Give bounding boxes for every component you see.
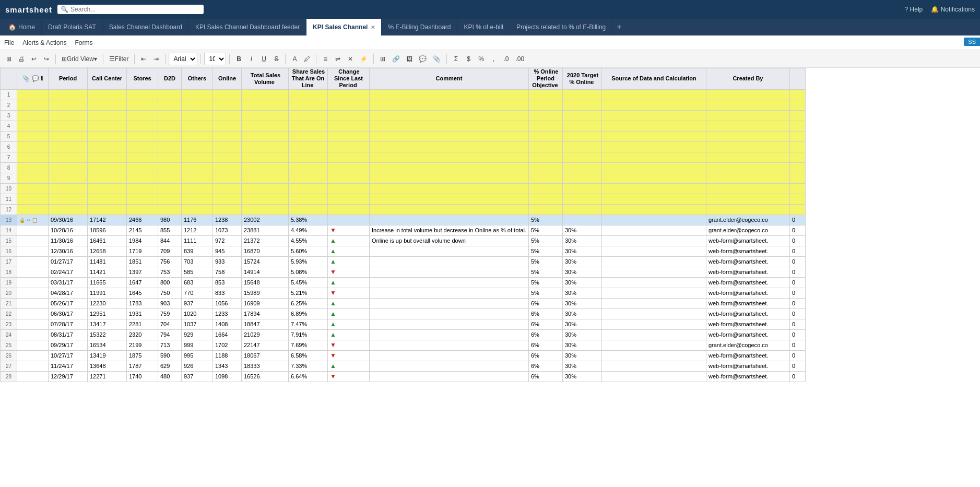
cell-source[interactable] <box>601 246 706 256</box>
cell-target[interactable] <box>562 110 601 121</box>
format-clear-button[interactable]: ✕ <box>345 52 356 66</box>
cell-extra[interactable] <box>789 131 805 141</box>
grid-wrapper[interactable]: 📎 💬 ℹ Period Call Center Stores D2D Othe… <box>0 68 980 487</box>
cell-totalsales[interactable] <box>242 152 289 162</box>
cell-changesince[interactable] <box>328 215 370 225</box>
cell-period[interactable] <box>49 141 88 152</box>
cell-pct-online[interactable]: 6% <box>528 308 562 319</box>
cell-callcenter[interactable]: 13648 <box>88 361 127 371</box>
cell-changesince[interactable]: ▲ <box>328 329 370 340</box>
table-row[interactable]: 2206/30/1712951193175910201233178946.89%… <box>1 308 806 319</box>
cell-changesince[interactable]: ▼ <box>328 288 370 298</box>
cell-comment[interactable] <box>370 361 529 371</box>
cell-extra[interactable] <box>789 100 805 110</box>
cell-callcenter[interactable] <box>88 162 127 173</box>
table-row[interactable]: 1903/31/17116651647800683853156485.45%▲5… <box>1 277 806 288</box>
table-row[interactable]: 5 <box>1 131 806 141</box>
cell-d2d[interactable] <box>158 162 182 173</box>
cell-online[interactable] <box>213 131 242 141</box>
cell-target[interactable] <box>562 162 601 173</box>
cell-createdby[interactable] <box>706 173 789 183</box>
cell-comment[interactable] <box>370 267 529 277</box>
cell-createdby[interactable] <box>706 194 789 204</box>
cell-online[interactable]: 1098 <box>213 371 242 382</box>
cell-pct-online[interactable] <box>528 100 562 110</box>
table-row[interactable]: 1701/27/17114811851756703933157245.93%▲5… <box>1 256 806 267</box>
cell-callcenter[interactable]: 12951 <box>88 308 127 319</box>
cell-period[interactable]: 09/29/17 <box>49 340 88 350</box>
align-left-button[interactable]: ≡ <box>320 52 331 66</box>
grid-view-button[interactable]: ⊞ Grid View ▾ <box>59 52 100 66</box>
cell-period[interactable]: 04/28/17 <box>49 288 88 298</box>
cell-d2d[interactable] <box>158 152 182 162</box>
cell-pct-online[interactable]: 5% <box>528 288 562 298</box>
text-color-button[interactable]: A <box>289 52 300 66</box>
menu-alerts[interactable]: Alerts & Actions <box>22 39 66 46</box>
cell-others[interactable] <box>182 100 213 110</box>
cell-totalsales[interactable]: 16526 <box>242 371 289 382</box>
cell-extra[interactable]: 0 <box>789 350 805 361</box>
conditional-format-button[interactable]: ⚡ <box>357 52 370 66</box>
row-icons[interactable] <box>17 329 49 340</box>
cell-target[interactable]: 30% <box>562 246 601 256</box>
cell-stores[interactable]: 1740 <box>127 371 158 382</box>
cell-period[interactable]: 05/26/17 <box>49 298 88 308</box>
row-icons[interactable] <box>17 361 49 371</box>
cell-period[interactable]: 10/28/16 <box>49 225 88 235</box>
row-icons[interactable] <box>17 121 49 131</box>
header-sharesales[interactable]: Share Sales That Are On Line <box>289 68 328 90</box>
cell-extra[interactable]: 0 <box>789 225 805 235</box>
row-icons[interactable] <box>17 308 49 319</box>
cell-target[interactable]: 30% <box>562 319 601 329</box>
cell-pct-online[interactable] <box>528 141 562 152</box>
cell-changesince[interactable] <box>328 162 370 173</box>
cell-target[interactable]: 30% <box>562 298 601 308</box>
cell-stores[interactable] <box>127 141 158 152</box>
cell-online[interactable] <box>213 100 242 110</box>
row-icons[interactable] <box>17 371 49 382</box>
search-input[interactable] <box>70 6 200 13</box>
cell-extra[interactable] <box>789 173 805 183</box>
tab-close-icon[interactable]: ✕ <box>371 25 375 30</box>
cell-d2d[interactable]: 753 <box>158 267 182 277</box>
cell-source[interactable] <box>601 225 706 235</box>
cell-changesince[interactable]: ▲ <box>328 361 370 371</box>
cell-totalsales[interactable]: 23002 <box>242 215 289 225</box>
cell-sharesales[interactable]: 4.55% <box>289 235 328 246</box>
cell-totalsales[interactable] <box>242 194 289 204</box>
table-row[interactable]: 3 <box>1 110 806 121</box>
cell-createdby[interactable] <box>706 183 789 194</box>
cell-pct-online[interactable]: 6% <box>528 329 562 340</box>
cell-source[interactable] <box>601 319 706 329</box>
cell-extra[interactable]: 0 <box>789 298 805 308</box>
font-select[interactable]: Arial <box>169 53 197 65</box>
table-row[interactable]: 2408/31/171532223207949291664210297.91%▲… <box>1 329 806 340</box>
table-row[interactable]: 6 <box>1 141 806 152</box>
table-row[interactable]: 10 <box>1 183 806 194</box>
cell-target[interactable]: 30% <box>562 288 601 298</box>
cell-stores[interactable] <box>127 89 158 100</box>
cell-period[interactable]: 11/24/17 <box>49 361 88 371</box>
cell-changesince[interactable]: ▲ <box>328 277 370 288</box>
cell-sharesales[interactable]: 4.49% <box>289 225 328 235</box>
cell-source[interactable] <box>601 340 706 350</box>
cell-sharesales[interactable] <box>289 183 328 194</box>
cell-source[interactable] <box>601 173 706 183</box>
cell-createdby[interactable] <box>706 121 789 131</box>
menu-file[interactable]: File <box>4 39 14 46</box>
cell-others[interactable]: 926 <box>182 361 213 371</box>
row-icons[interactable] <box>17 183 49 194</box>
cell-period[interactable]: 12/30/16 <box>49 246 88 256</box>
cell-others[interactable]: 770 <box>182 288 213 298</box>
cell-createdby[interactable] <box>706 89 789 100</box>
row-icons[interactable] <box>17 152 49 162</box>
cell-extra[interactable]: 0 <box>789 308 805 319</box>
cell-d2d[interactable]: 590 <box>158 350 182 361</box>
cell-stores[interactable]: 1851 <box>127 256 158 267</box>
cell-online[interactable]: 1343 <box>213 361 242 371</box>
cell-extra[interactable] <box>789 204 805 215</box>
cell-totalsales[interactable]: 18847 <box>242 319 289 329</box>
table-row[interactable]: 8 <box>1 162 806 173</box>
cell-target[interactable]: 30% <box>562 235 601 246</box>
attachment-icon[interactable]: 📎 <box>430 52 443 66</box>
